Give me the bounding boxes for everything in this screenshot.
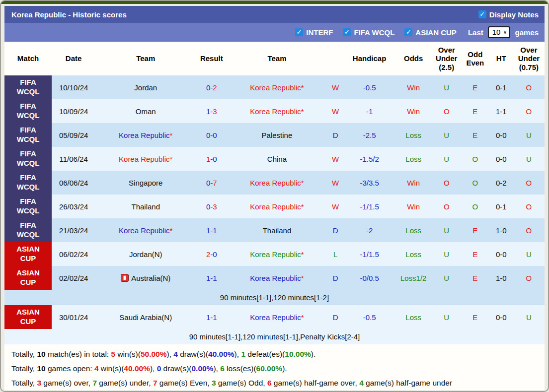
cell-date: 30/01/24: [52, 305, 95, 329]
cell-over-under-25: O: [432, 99, 461, 123]
team-star-mark: *: [170, 155, 173, 163]
team-name: Jordan: [134, 83, 157, 92]
summary-segment: ),: [166, 350, 173, 358]
display-notes-toggle[interactable]: Display Notes: [478, 10, 539, 19]
cell-team: China: [227, 147, 326, 171]
team-name: Korea Republic: [119, 155, 170, 163]
filter-label: INTERF: [306, 28, 333, 37]
summary-segment: 4: [173, 350, 178, 358]
result-away-score: 0: [213, 155, 217, 163]
cell-odds: Loss: [395, 305, 432, 329]
col-header-date: Date: [52, 42, 95, 75]
cell-result: 1-0: [196, 147, 227, 171]
match-note-text: 90 minutes[1-1],120 minutes[1-1],Penalty…: [4, 329, 545, 344]
result-away-score: 3: [213, 107, 217, 116]
summary-segment: loss(es)(: [225, 364, 256, 373]
filter-toggle-interf[interactable]: INTERF: [295, 28, 333, 37]
cell-date: 21/03/24: [52, 218, 95, 242]
cell-handicap: -2.5: [344, 123, 395, 147]
cell-result: 1-1: [196, 305, 227, 329]
col-header-over-under-2.5-: Over Under (2.5): [432, 42, 461, 75]
display-notes-checkbox-icon[interactable]: [478, 10, 486, 18]
last-games-select-value: 10: [492, 28, 501, 36]
cell-ht: 0-0: [489, 242, 513, 266]
summary-segment: 3: [212, 379, 216, 387]
team-badge-icon: [121, 274, 129, 282]
cell-over-under-075: O: [513, 171, 545, 195]
cell-over-under-075: O: [513, 195, 545, 218]
summary-segment: 7: [153, 379, 157, 387]
summary-line-2: Totally, 10 games open: 4 win(s)(40.00%)…: [11, 361, 545, 376]
cell-ht: 1-0: [489, 218, 513, 242]
summary-segment: game(s) half-game under: [364, 379, 452, 387]
cell-wdl: W: [327, 171, 344, 195]
summary-line-1: Totally, 10 match(es) in total: 5 win(s)…: [11, 347, 545, 361]
cell-odd-even: E: [461, 75, 489, 99]
cell-result: 1-1: [196, 266, 227, 290]
result-away-score: 1: [213, 313, 217, 322]
summary-segment: 1: [241, 350, 245, 358]
result-away-score: 3: [213, 202, 217, 211]
cell-team: Korea Republic*: [95, 147, 196, 171]
games-label: games: [515, 28, 539, 37]
cell-competition: FIFA WCQL: [4, 75, 52, 99]
team-star-mark: *: [301, 202, 304, 211]
cell-team: Korea Republic*: [95, 218, 196, 242]
match-row: ASIAN CUP06/02/24Jordan(N)2-0Korea Repub…: [4, 242, 545, 266]
cell-competition: FIFA WCQL: [4, 171, 52, 195]
filter-checkbox-icon[interactable]: [404, 28, 412, 36]
summary-segment: 10: [37, 364, 45, 373]
filter-checkbox-icon[interactable]: [295, 28, 303, 36]
summary-segment: ),: [213, 364, 220, 373]
cell-odd-even: E: [461, 266, 489, 290]
cell-result: 0-2: [196, 75, 227, 99]
cell-team: Australia(N): [95, 266, 196, 290]
summary-segment: game(s) Odd,: [216, 379, 267, 387]
cell-team: Jordan(N): [95, 242, 196, 266]
col-header-over-under-0.75-: Over Under (0.75): [513, 42, 545, 75]
cell-result: 1-1: [196, 218, 227, 242]
match-row: FIFA WCQL21/03/24Korea Republic*1-1Thail…: [4, 218, 545, 242]
last-games-select[interactable]: 10 ∨: [488, 26, 511, 38]
cell-handicap: -1: [344, 99, 395, 123]
cell-odds: Loss: [395, 123, 432, 147]
content: Korea Republic - Historic scores Display…: [1, 4, 548, 390]
filter-label: FIFA WCQL: [354, 28, 394, 37]
cell-odd-even: O: [461, 171, 489, 195]
filter-checkbox-icon[interactable]: [343, 28, 351, 36]
cell-ht: 0-1: [489, 195, 513, 218]
cell-odds: Loss: [395, 147, 432, 171]
summary-segment: 60.00%: [256, 364, 283, 373]
summary-segment: defeat(es)(: [245, 350, 285, 358]
col-header-team: Team: [227, 42, 326, 75]
cell-odds: Loss: [395, 218, 432, 242]
summary-line-3: Totally, 3 game(s) over, 7 game(s) under…: [11, 376, 545, 390]
filter-label: ASIAN CUP: [415, 28, 457, 37]
cell-over-under-075: U: [513, 147, 545, 171]
cell-over-under-075: O: [513, 218, 545, 242]
cell-over-under-25: U: [432, 305, 461, 329]
summary-section: Totally, 10 match(es) in total: 5 win(s)…: [4, 344, 545, 390]
cell-date: 05/09/24: [52, 123, 95, 147]
summary-segment: 6: [220, 364, 225, 373]
cell-team: Korea Republic*: [227, 171, 326, 195]
widget-frame: Korea Republic - Historic scores Display…: [0, 0, 549, 392]
cell-odds: Loss: [395, 242, 432, 266]
filter-toggle-fifa-wcql[interactable]: FIFA WCQL: [343, 28, 394, 37]
cell-date: 10/09/24: [52, 99, 95, 123]
match-row: ASIAN CUP30/01/24Saudi Arabia(N)1-1Korea…: [4, 305, 545, 329]
cell-over-under-075: U: [513, 305, 545, 329]
cell-odd-even: E: [461, 305, 489, 329]
summary-segment: game(s) over,: [41, 379, 92, 387]
match-row: FIFA WCQL10/09/24Oman1-3Korea Republic*W…: [4, 99, 545, 123]
cell-over-under-075: O: [513, 266, 545, 290]
team-name: Korea Republic: [250, 83, 301, 92]
result-away-score: 1: [213, 226, 217, 235]
cell-team: Korea Republic*: [227, 195, 326, 218]
filter-toggle-asian-cup[interactable]: ASIAN CUP: [404, 28, 457, 37]
cell-odd-even: O: [461, 147, 489, 171]
cell-over-under-25: O: [432, 171, 461, 195]
team-name: Korea Republic: [119, 131, 170, 139]
cell-competition: FIFA WCQL: [4, 99, 52, 123]
cell-competition: FIFA WCQL: [4, 123, 52, 147]
